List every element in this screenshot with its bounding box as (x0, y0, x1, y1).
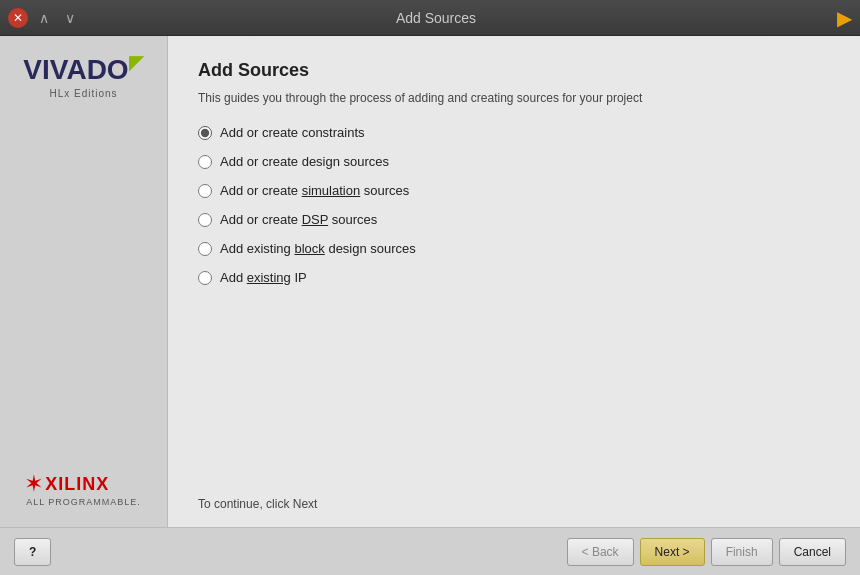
radio-constraints[interactable] (198, 126, 212, 140)
close-button[interactable]: ✕ (8, 8, 28, 28)
block-underline: block (294, 241, 324, 256)
continue-hint: To continue, click Next (198, 477, 830, 511)
bottom-left-controls: ? (14, 538, 51, 566)
radio-ip[interactable] (198, 271, 212, 285)
dialog-body: VIVADO◤ HLx Editions ✶ XILINX ALL PROGRA… (0, 36, 860, 527)
content-title: Add Sources (198, 60, 830, 81)
cancel-button[interactable]: Cancel (779, 538, 846, 566)
radio-option-simulation[interactable]: Add or create simulation sources (198, 183, 830, 198)
vivado-logo: VIVADO◤ (23, 56, 143, 84)
window-title: Add Sources (80, 10, 792, 26)
radio-option-design[interactable]: Add or create design sources (198, 154, 830, 169)
bottom-bar: ? < Back Next > Finish Cancel (0, 527, 860, 575)
sidebar-bottom: ✶ XILINX ALL PROGRAMMABLE. (26, 473, 141, 507)
title-bar-right: ▶ (792, 6, 852, 30)
vivado-text: VIVADO (23, 54, 128, 85)
back-button[interactable]: < Back (567, 538, 634, 566)
radio-label-design: Add or create design sources (220, 154, 389, 169)
radio-option-dsp[interactable]: Add or create DSP sources (198, 212, 830, 227)
vivado-leaf-icon: ◤ (129, 51, 144, 73)
next-button[interactable]: Next > (640, 538, 705, 566)
radio-design[interactable] (198, 155, 212, 169)
vivado-hlx-label: HLx Editions (49, 88, 117, 99)
xilinx-bird-icon: ▶ (837, 6, 852, 30)
sidebar: VIVADO◤ HLx Editions ✶ XILINX ALL PROGRA… (0, 36, 168, 527)
radio-option-block[interactable]: Add existing block design sources (198, 241, 830, 256)
maximize-button[interactable]: ∨ (60, 8, 80, 28)
radio-label-simulation: Add or create simulation sources (220, 183, 409, 198)
xilinx-x-icon: ✶ (26, 473, 41, 495)
radio-label-block: Add existing block design sources (220, 241, 416, 256)
title-bar: ✕ ∧ ∨ Add Sources ▶ (0, 0, 860, 36)
xilinx-sub-text: ALL PROGRAMMABLE. (26, 497, 141, 507)
existing-underline: existing (247, 270, 291, 285)
radio-block[interactable] (198, 242, 212, 256)
minimize-button[interactable]: ∧ (34, 8, 54, 28)
finish-button[interactable]: Finish (711, 538, 773, 566)
radio-label-dsp: Add or create DSP sources (220, 212, 377, 227)
radio-label-constraints: Add or create constraints (220, 125, 365, 140)
radio-dsp[interactable] (198, 213, 212, 227)
simulation-underline: simulation (302, 183, 361, 198)
radio-option-constraints[interactable]: Add or create constraints (198, 125, 830, 140)
help-button[interactable]: ? (14, 538, 51, 566)
bottom-right-controls: < Back Next > Finish Cancel (567, 538, 846, 566)
radio-group: Add or create constraints Add or create … (198, 125, 830, 285)
sidebar-top: VIVADO◤ HLx Editions (23, 56, 143, 99)
radio-simulation[interactable] (198, 184, 212, 198)
main-content: Add Sources This guides you through the … (168, 36, 860, 527)
xilinx-name-text: XILINX (45, 474, 109, 495)
title-bar-controls: ✕ ∧ ∨ (8, 8, 80, 28)
dsp-underline: DSP (302, 212, 329, 227)
xilinx-logo: ✶ XILINX (26, 473, 141, 495)
radio-option-ip[interactable]: Add existing IP (198, 270, 830, 285)
content-description: This guides you through the process of a… (198, 91, 830, 105)
radio-label-ip: Add existing IP (220, 270, 307, 285)
